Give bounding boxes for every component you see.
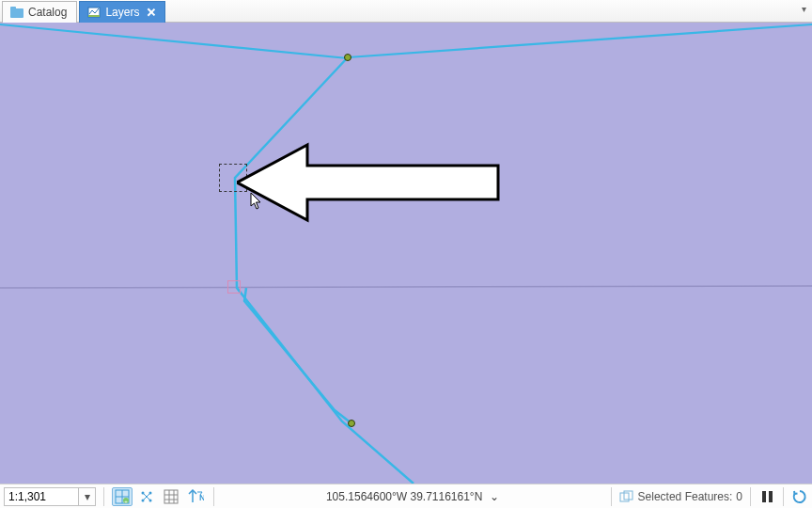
scale-input[interactable] — [5, 488, 78, 505]
selection-icon — [619, 490, 634, 503]
separator — [611, 487, 612, 506]
close-icon[interactable] — [148, 8, 155, 16]
coordinates-readout: 105.1564600°W 39.7116161°N ⌄ — [326, 490, 499, 503]
snapping-grid-button[interactable]: + — [112, 487, 133, 506]
svg-text:+: + — [124, 498, 128, 503]
refresh-button[interactable] — [791, 488, 808, 505]
separator — [750, 487, 751, 506]
annotation-arrow-icon — [237, 140, 500, 228]
catalog-icon — [10, 6, 23, 19]
horizon-line — [0, 286, 812, 288]
tab-catalog-label: Catalog — [28, 6, 67, 19]
refresh-icon — [792, 489, 807, 504]
pause-icon — [762, 491, 773, 502]
svg-rect-15 — [164, 490, 178, 503]
tab-catalog[interactable]: Catalog — [2, 1, 77, 23]
scale-selector[interactable]: ▾ — [4, 487, 96, 506]
snap-marker — [227, 280, 241, 294]
grid-button[interactable] — [161, 487, 181, 506]
tab-layers-label: Layers — [105, 6, 139, 19]
selected-features-button[interactable]: Selected Features: 0 — [619, 490, 742, 503]
svg-rect-1 — [10, 7, 16, 10]
chevron-down-icon[interactable]: ▾ — [78, 488, 95, 505]
status-bar: ▾ + N — [0, 484, 812, 508]
layers-icon — [87, 6, 101, 19]
vertex-node[interactable] — [344, 54, 351, 61]
dynamic-constraints-button[interactable]: N — [185, 487, 206, 506]
view-tabs: Catalog Layers ▾ — [0, 0, 812, 23]
polyline-offset — [244, 288, 351, 423]
polyline-segment — [348, 24, 812, 57]
polyline-segment — [0, 24, 348, 58]
tab-menu-dropdown[interactable]: ▾ — [802, 4, 806, 14]
map-canvas[interactable] — [0, 23, 812, 484]
svg-rect-3 — [88, 15, 100, 17]
separator — [783, 487, 784, 506]
selected-features-label: Selected Features: — [638, 490, 733, 503]
pause-button[interactable] — [758, 488, 775, 505]
polyline-main — [235, 57, 414, 484]
snapping-options-button[interactable] — [136, 487, 157, 506]
vertex-node[interactable] — [348, 420, 355, 427]
separator — [103, 487, 104, 506]
separator — [213, 487, 214, 506]
selected-features-count: 0 — [736, 490, 742, 503]
tab-layers[interactable]: Layers — [79, 1, 165, 23]
chevron-down-icon[interactable]: ⌄ — [490, 490, 499, 503]
